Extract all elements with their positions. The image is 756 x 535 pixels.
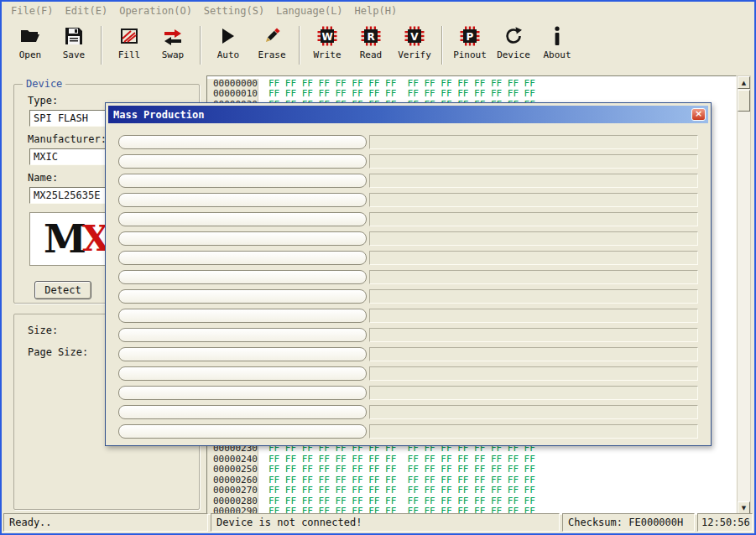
menu-item-edit[interactable]: Edit(E): [60, 2, 114, 20]
svg-text:P: P: [467, 31, 474, 43]
dialog-title: Mass Production: [113, 109, 204, 121]
toolbar-fill-button[interactable]: Fill: [110, 23, 149, 60]
toolbar-separator: [441, 26, 443, 65]
mass-production-row: [118, 212, 698, 226]
name-label: Name:: [28, 172, 58, 184]
toolbar-button-label: Read: [360, 49, 383, 60]
progress-bar: [118, 270, 367, 284]
progress-status-panel: [369, 405, 698, 419]
auto-play-icon: [221, 23, 236, 49]
toolbar: OpenSaveFillSwapAutoEraseWWriteRReadVVer…: [2, 20, 754, 72]
mass-production-row: [118, 424, 698, 439]
progress-bar: [118, 328, 367, 342]
device-groupbox-legend: Device: [23, 78, 65, 90]
menu-item-help[interactable]: Help(H): [349, 2, 404, 20]
menu-item-operation[interactable]: Operation(O): [113, 2, 198, 20]
type-label: Type:: [28, 95, 58, 106]
scroll-thumb[interactable]: [738, 90, 750, 112]
app-window: File(F)Edit(E)Operation(O)Setting(S)Lang…: [0, 0, 756, 535]
menu-item-language[interactable]: Language(L): [270, 2, 348, 20]
progress-status-panel: [369, 328, 698, 342]
progress-bar: [118, 135, 367, 149]
mass-production-row: [118, 347, 698, 361]
close-icon: ×: [695, 108, 702, 119]
hex-bytes[interactable]: FF FF FF FF FF FF FF FF FF FF FF FF FF F…: [258, 465, 535, 475]
status-device-connection: Device is not connected!: [211, 513, 560, 532]
mass-production-row: [118, 386, 698, 400]
toolbar-auto-button[interactable]: Auto: [209, 23, 248, 60]
status-checksum: Checksum: FE000000H: [562, 513, 695, 532]
progress-bar: [118, 386, 367, 400]
progress-status-panel: [369, 154, 698, 169]
dialog-titlebar[interactable]: Mass Production ×: [108, 106, 708, 123]
scroll-up-button[interactable]: ▲: [738, 76, 750, 89]
down-arrow-icon: ▼: [742, 505, 746, 512]
progress-bar: [118, 231, 367, 246]
read-chip-icon: R: [360, 23, 382, 49]
toolbar-erase-button[interactable]: Erase: [253, 23, 291, 60]
toolbar-button-label: Pinout: [453, 49, 487, 60]
progress-status-panel: [369, 270, 698, 284]
progress-status-panel: [369, 309, 698, 323]
mass-production-row: [118, 174, 698, 188]
svg-text:W: W: [321, 31, 332, 43]
open-folder-icon: [20, 23, 40, 49]
save-floppy-icon: [65, 23, 83, 49]
up-arrow-icon: ▲: [742, 80, 746, 86]
mass-production-row: [118, 231, 698, 246]
device-refresh-icon: [503, 23, 524, 49]
mass-production-row: [118, 135, 698, 149]
progress-bar: [118, 366, 367, 381]
progress-status-panel: [369, 251, 698, 265]
menu-bar: File(F)Edit(E)Operation(O)Setting(S)Lang…: [2, 2, 754, 20]
hex-row: 00000270FF FF FF FF FF FF FF FF FF FF FF…: [207, 486, 736, 496]
about-info-icon: [553, 23, 561, 49]
progress-bar: [118, 212, 367, 226]
toolbar-swap-button[interactable]: Swap: [154, 23, 192, 60]
toolbar-read-button[interactable]: RRead: [352, 23, 390, 60]
toolbar-button-label: Verify: [398, 49, 431, 60]
mass-production-row: [118, 193, 698, 207]
toolbar-button-label: Device: [497, 49, 530, 60]
mass-production-row: [118, 289, 698, 304]
scroll-down-button[interactable]: ▼: [738, 501, 750, 514]
toolbar-device-button[interactable]: Device: [494, 23, 533, 60]
toolbar-verify-button[interactable]: VVerify: [395, 23, 434, 60]
mass-production-row: [118, 270, 698, 284]
toolbar-button-label: Save: [63, 49, 86, 60]
toolbar-pinout-button[interactable]: PPinout: [451, 23, 489, 60]
toolbar-save-button[interactable]: Save: [55, 23, 93, 60]
menu-item-setting[interactable]: Setting(S): [198, 2, 270, 20]
verify-chip-icon: V: [404, 23, 425, 49]
detect-button[interactable]: Detect: [34, 281, 91, 299]
vertical-scrollbar[interactable]: ▲ ▼: [737, 75, 751, 515]
hex-address: 00000010: [207, 89, 258, 99]
progress-bar: [118, 174, 367, 188]
mass-production-row: [118, 251, 698, 265]
manufacturer-label: Manufacturer:: [28, 133, 107, 145]
fill-icon: [120, 23, 138, 49]
progress-bar: [118, 193, 367, 207]
progress-status-panel: [369, 231, 698, 246]
toolbar-about-button[interactable]: About: [538, 23, 576, 60]
progress-status-panel: [369, 193, 698, 207]
progress-status-panel: [369, 289, 698, 304]
mass-production-row: [118, 328, 698, 342]
progress-bar: [118, 289, 367, 304]
toolbar-write-button[interactable]: WWrite: [308, 23, 347, 60]
menu-item-file[interactable]: File(F): [5, 2, 60, 20]
toolbar-separator: [299, 26, 300, 65]
dialog-close-button[interactable]: ×: [691, 108, 706, 121]
hex-bytes[interactable]: FF FF FF FF FF FF FF FF FF FF FF FF FF F…: [258, 89, 535, 99]
progress-status-panel: [369, 366, 698, 381]
swap-arrows-icon: [163, 23, 183, 49]
mass-production-row: [118, 154, 698, 169]
progress-status-panel: [369, 424, 698, 439]
toolbar-button-label: About: [543, 49, 571, 60]
toolbar-separator: [101, 26, 102, 65]
logo-letter-m: M: [44, 220, 86, 258]
hex-bytes[interactable]: FF FF FF FF FF FF FF FF FF FF FF FF FF F…: [258, 486, 535, 496]
hex-row: 00000010FF FF FF FF FF FF FF FF FF FF FF…: [207, 89, 736, 99]
progress-status-panel: [369, 347, 698, 361]
toolbar-open-button[interactable]: Open: [11, 23, 50, 60]
